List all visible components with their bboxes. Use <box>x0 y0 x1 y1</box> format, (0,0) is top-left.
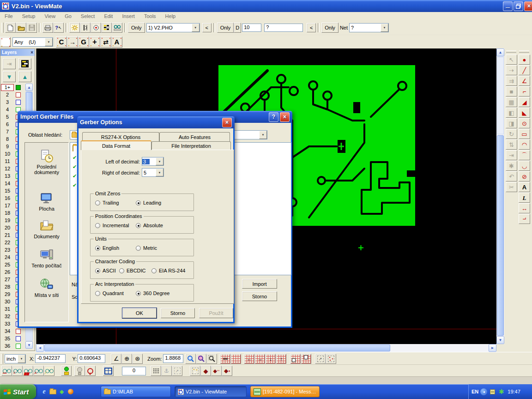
pan-right-icon[interactable]: → <box>254 354 265 364</box>
file-list-item[interactable]: ✔ <box>73 182 77 188</box>
view-highlight-icon[interactable]: ∕ <box>44 366 54 376</box>
restore-button[interactable] <box>514 1 523 11</box>
select-window-icon[interactable]: ↗ <box>315 354 326 364</box>
layer-number[interactable]: 34 <box>1 328 14 334</box>
line-tool-icon[interactable]: ╱ <box>519 65 530 75</box>
origin-icon[interactable]: ⊕ <box>121 354 132 364</box>
pan-left-icon[interactable]: ← <box>244 354 254 364</box>
undo-tool-icon[interactable]: ↶ <box>506 171 517 181</box>
left-of-decimal-combobox[interactable]: 3 ▼ <box>142 157 164 166</box>
chevron-down-icon[interactable]: ▼ <box>18 355 25 363</box>
x-coordinate-field[interactable]: -0.942237 <box>35 354 66 363</box>
fill-square-tool-icon[interactable]: ■ <box>506 86 517 97</box>
layers-panel-titlebar[interactable]: Layers × <box>0 49 35 56</box>
radio-absolute[interactable]: Absolute <box>136 223 163 228</box>
layer-number[interactable]: 8 <box>1 136 14 142</box>
layer-row-35[interactable]: 35 <box>1 335 25 342</box>
dcode-step-back-button[interactable]: < <box>307 23 316 32</box>
layer-move-down-button[interactable]: ▼ <box>3 71 16 82</box>
hscroll-thumb[interactable] <box>44 345 390 351</box>
rotation-field[interactable]: 0 <box>122 367 146 375</box>
scroll-down-icon[interactable]: ▼ <box>496 336 504 344</box>
arc-up-tool-icon[interactable]: ◠ <box>519 139 530 150</box>
layer-number[interactable]: 11 <box>1 158 14 164</box>
layer-number[interactable]: 13 <box>1 173 14 179</box>
language-indicator[interactable]: EN <box>472 389 478 394</box>
only-layer-button[interactable]: Only <box>128 23 145 33</box>
dcode-button[interactable]: D <box>234 23 241 33</box>
taskbar-item-folder[interactable]: D:\MLAB <box>101 386 171 397</box>
vscroll-thumb[interactable] <box>497 135 504 336</box>
open-file-button[interactable] <box>16 23 26 33</box>
circle-tool-icon[interactable]: ⊙ <box>519 118 530 128</box>
tray-collapse-icon[interactable]: ◄ <box>480 388 487 395</box>
pad-filter-a-icon[interactable]: ◆ <box>200 366 211 376</box>
layer-row-1+[interactable]: 1+ <box>1 84 25 91</box>
radio-quadrant[interactable]: Quadrant <box>95 290 124 296</box>
window-titlebar[interactable]: V2.bin - ViewMate — × <box>0 0 532 12</box>
layer-number[interactable]: 35 <box>1 336 14 341</box>
dcode-name-field[interactable]: ? <box>264 24 303 32</box>
place-desktop[interactable]: Plocha <box>25 191 68 212</box>
layers-order-button[interactable] <box>18 58 31 69</box>
zoom-value-field[interactable]: 1.8868 <box>163 354 183 363</box>
radio-leading[interactable]: Leading <box>136 200 161 206</box>
layer-color-swatch[interactable] <box>16 329 21 334</box>
chevron-down-icon[interactable]: ▼ <box>192 24 200 32</box>
layer-number[interactable]: 4 <box>1 107 14 112</box>
menu-help[interactable]: Help <box>161 12 181 20</box>
chevron-down-icon[interactable]: ▼ <box>381 24 388 32</box>
place-recent-documents[interactable]: Poslední dokumenty <box>25 149 68 175</box>
storno-button[interactable]: Storno <box>161 308 195 318</box>
radio-metric[interactable]: Metric <box>136 245 157 251</box>
layer-number[interactable]: 2 <box>1 92 14 97</box>
layer-color-swatch[interactable] <box>16 100 21 105</box>
vscroll-track[interactable] <box>497 57 504 134</box>
slashed-circle-tool-icon[interactable]: ⊘ <box>519 171 530 181</box>
layer-color-swatch[interactable] <box>16 92 21 97</box>
pan-down-icon[interactable]: ↓ <box>265 354 276 364</box>
anchor-icon[interactable]: ⚓ <box>161 366 172 376</box>
layer-number[interactable]: 7 <box>1 129 14 134</box>
quicklaunch-firefox-icon[interactable] <box>67 388 74 395</box>
label-tool-icon[interactable]: L <box>519 193 530 203</box>
chevron-down-icon[interactable]: ▼ <box>259 131 267 139</box>
width-tool-icon[interactable]: ↔ <box>519 203 530 213</box>
layer-number[interactable]: 30 <box>1 299 14 304</box>
context-help-button[interactable]: ?↖ <box>53 23 64 33</box>
scroll-up-icon[interactable]: ▲ <box>496 48 504 56</box>
close-icon[interactable]: × <box>30 50 33 55</box>
file-list-item[interactable]: ✔ <box>73 155 77 161</box>
zoom-selection-icon[interactable] <box>196 354 206 364</box>
layer-number[interactable]: 33 <box>1 321 14 326</box>
relative-origin-icon[interactable]: ⊛ <box>132 354 143 364</box>
highlight-pad-icon[interactable] <box>91 23 101 33</box>
only-net-button[interactable]: Only <box>321 23 339 33</box>
grid-snap-b-icon[interactable] <box>301 354 311 364</box>
layer-color-swatch[interactable] <box>16 336 21 341</box>
layer-number[interactable]: 29 <box>1 291 14 297</box>
layer-number[interactable]: 25 <box>1 262 14 267</box>
scroll-left-icon[interactable]: ◄ <box>36 344 44 352</box>
layer-number[interactable]: 5 <box>1 114 14 120</box>
taskbar-item-viewmate[interactable]: V2.bin - ViewMate <box>175 386 247 397</box>
layer-number[interactable]: 36 <box>1 343 14 349</box>
layer-number[interactable]: 12 <box>1 166 14 171</box>
radio-button[interactable] <box>136 291 141 296</box>
menu-edit[interactable]: Edit <box>99 12 117 20</box>
place-my-computer[interactable]: Tento počítač <box>25 248 68 268</box>
view-lines-icon[interactable]: ∕• <box>33 366 44 376</box>
text-tool-icon[interactable]: A <box>519 182 530 192</box>
layer-number[interactable]: 15 <box>1 188 14 193</box>
tab-data-format[interactable]: Data Format <box>81 140 151 150</box>
layer-number[interactable]: 17 <box>1 203 14 208</box>
layers-dock-button[interactable]: ⇥ <box>3 58 16 69</box>
layer-number[interactable]: 3 <box>1 99 14 105</box>
canvas-vscrollbar[interactable]: ▲ ▼ <box>496 48 504 344</box>
view-polygons-icon[interactable]: ▆▆ <box>23 366 33 376</box>
close-icon[interactable]: × <box>222 118 232 127</box>
layer-colors-icon[interactable] <box>101 23 112 33</box>
corner-line-tool-icon[interactable]: ⌐ <box>519 86 530 97</box>
apply-button[interactable]: Použít <box>199 308 233 318</box>
layer-scroll-up-icon[interactable]: ▲ <box>25 84 33 91</box>
